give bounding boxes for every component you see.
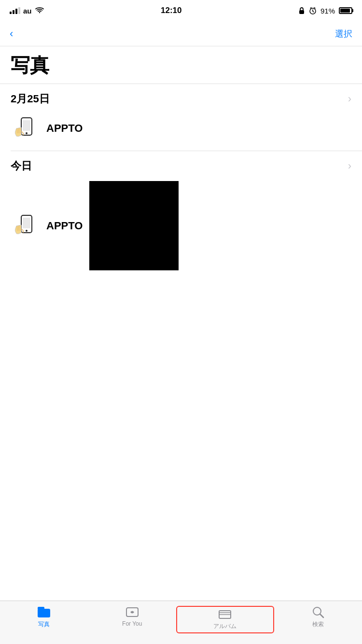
signal-bar-4 — [18, 7, 20, 14]
status-left: au — [10, 7, 44, 15]
svg-line-3 — [313, 11, 314, 12]
album-tab-icon — [218, 609, 232, 620]
svg-line-4 — [310, 8, 311, 9]
nav-bar: ‹ 選択 — [0, 21, 362, 46]
signal-bar-1 — [10, 12, 12, 14]
content: 2月25日 › APPTO 今日 — [0, 84, 362, 322]
alarm-icon — [309, 7, 317, 14]
album-tab-label: アルバム — [213, 622, 237, 630]
foryou-tab-icon — [125, 606, 139, 618]
tab-album[interactable]: アルバム — [176, 606, 274, 633]
select-button[interactable]: 選択 — [335, 28, 352, 40]
svg-line-25 — [320, 614, 323, 617]
tab-photos[interactable]: 写真 — [0, 606, 88, 629]
search-tab-icon — [312, 606, 324, 618]
battery-icon — [339, 7, 352, 14]
battery-percent: 91% — [320, 7, 335, 15]
foryou-tab-label: For You — [122, 620, 142, 627]
svg-rect-19 — [38, 607, 44, 610]
status-time: 12:10 — [161, 6, 181, 15]
svg-point-8 — [26, 132, 28, 134]
svg-rect-0 — [299, 10, 304, 14]
search-tab-label: 検索 — [312, 620, 324, 629]
appto-hand-icon-1 — [11, 114, 40, 143]
photos-tab-label: 写真 — [38, 620, 50, 629]
section-feb25-date: 2月25日 — [11, 92, 50, 106]
appto-hand-icon-2 — [11, 211, 40, 240]
section-today-date: 今日 — [11, 159, 32, 173]
svg-rect-18 — [38, 609, 50, 617]
tab-bar: 写真 For You アルバム 検索 — [0, 601, 362, 644]
page-title: 写真 — [11, 52, 351, 79]
photos-tab-icon — [37, 606, 51, 618]
svg-point-14 — [26, 230, 28, 232]
section-feb25: 2月25日 › APPTO — [0, 84, 362, 151]
svg-rect-13 — [23, 218, 30, 228]
section-feb25-header[interactable]: 2月25日 › — [0, 84, 362, 111]
photo-item-appto-1: APPTO — [0, 111, 362, 151]
svg-rect-7 — [23, 120, 30, 131]
tab-foryou[interactable]: For You — [88, 606, 177, 627]
svg-line-5 — [314, 8, 315, 9]
back-button[interactable]: ‹ — [10, 28, 13, 40]
signal-bars — [10, 7, 20, 14]
photo-thumbnail[interactable] — [89, 181, 179, 270]
section-today-header[interactable]: 今日 › — [0, 151, 362, 178]
carrier-label: au — [23, 7, 32, 15]
status-bar: au 12:10 91% — [0, 0, 362, 21]
signal-bar-3 — [15, 9, 17, 14]
photo-item-appto-2: APPTO — [0, 178, 362, 278]
tab-search[interactable]: 検索 — [274, 606, 362, 629]
lock-icon — [298, 7, 305, 14]
section-today-chevron: › — [348, 160, 351, 172]
section-today: 今日 › APPTO — [0, 151, 362, 278]
appto-label-1: APPTO — [46, 122, 83, 135]
section-feb25-chevron: › — [348, 93, 351, 105]
battery-fill — [340, 9, 350, 13]
appto-label-2: APPTO — [46, 220, 83, 232]
signal-bar-2 — [13, 10, 14, 14]
page-title-container: 写真 — [0, 46, 362, 84]
wifi-icon — [35, 7, 44, 14]
status-right: 91% — [298, 7, 352, 15]
